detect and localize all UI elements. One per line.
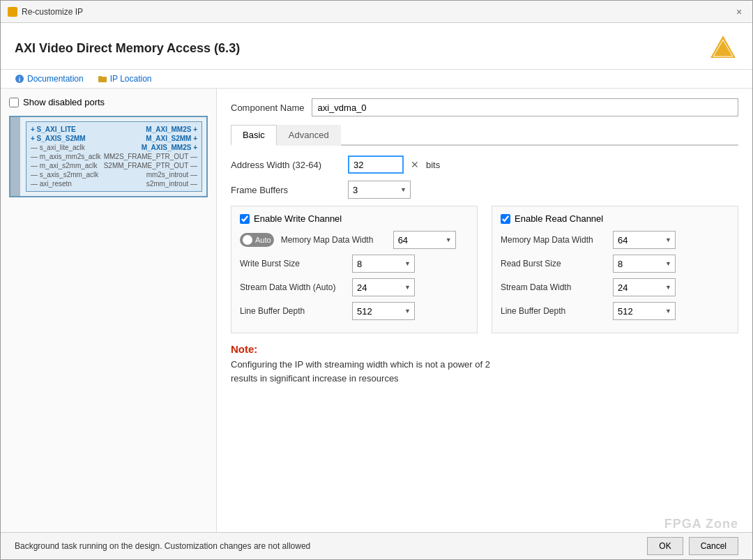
- frame-buffers-select[interactable]: 3 1 2 4: [348, 181, 411, 199]
- component-name-label: Component Name: [231, 103, 305, 113]
- ok-button[interactable]: OK: [647, 537, 683, 555]
- read-line-buffer-wrapper: 5121282561024: [613, 302, 676, 320]
- enable-write-row: Enable Write Channel: [240, 213, 469, 224]
- address-width-row: Address Width (32-64) ✕ bits: [231, 156, 738, 174]
- write-line-buffer-row: Line Buffer Depth 5121282561024: [240, 302, 469, 320]
- read-line-buffer-row: Line Buffer Depth 5121282561024: [501, 302, 729, 320]
- svg-text:i: i: [19, 76, 21, 83]
- port-row: — m_axi_s2mm_aclk S2MM_FRAME_PTR_OUT —: [31, 161, 197, 170]
- status-message: Background task running on the design. C…: [15, 541, 310, 551]
- write-stream-data-row: Stream Data Width (Auto) 2481632: [240, 278, 469, 296]
- diagram-title-bar: [10, 117, 20, 196]
- write-line-buffer-select[interactable]: 5121282561024: [352, 302, 415, 320]
- tab-advanced[interactable]: Advanced: [277, 125, 341, 146]
- read-burst-select[interactable]: 82416: [613, 255, 676, 273]
- note-text-line1: Configuring the IP with streaming width …: [231, 358, 738, 372]
- ip-location-link[interactable]: IP Location: [98, 74, 152, 84]
- write-burst-select[interactable]: 82416: [352, 255, 415, 273]
- write-burst-row: Write Burst Size 82416: [240, 255, 469, 273]
- right-panel: Component Name Basic Advanced Address Wi…: [217, 89, 752, 532]
- auto-toggle-row: Auto Memory Map Data Width 6432128: [240, 231, 469, 249]
- read-burst-wrapper: 82416: [613, 255, 676, 273]
- component-name-input[interactable]: [312, 98, 739, 116]
- note-section: Note: Configuring the IP with streaming …: [231, 343, 738, 385]
- ip-diagram: + S_AXI_LITE M_AXI_MM2S + + S_AXIS_S2MM …: [9, 116, 208, 197]
- watermark: FPGA Zone: [664, 517, 738, 531]
- enable-read-label: Enable Read Channel: [515, 213, 603, 224]
- bits-label: bits: [426, 160, 440, 170]
- write-mm-data-width-wrapper: 6432128: [393, 231, 456, 249]
- read-mm-data-select[interactable]: 6432128: [613, 231, 676, 249]
- component-name-row: Component Name: [231, 98, 738, 116]
- read-burst-row: Read Burst Size 82416: [501, 255, 729, 273]
- auto-toggle[interactable]: Auto: [240, 233, 274, 247]
- left-panel: Show disabled ports + S_AXI_LITE M_AXI_M…: [1, 89, 217, 532]
- cancel-button[interactable]: Cancel: [689, 537, 738, 555]
- show-disabled-row: Show disabled ports: [9, 97, 208, 107]
- read-line-buffer-select[interactable]: 5121282561024: [613, 302, 676, 320]
- read-channel-section: Enable Read Channel Memory Map Data Widt…: [492, 206, 738, 333]
- channels-grid: Enable Write Channel Auto Memory Map Dat…: [231, 206, 738, 333]
- address-width-input[interactable]: [348, 156, 404, 174]
- svg-rect-5: [98, 76, 102, 78]
- app-title: AXI Video Direct Memory Access (6.3): [15, 41, 240, 56]
- diagram-inner: + S_AXI_LITE M_AXI_MM2S + + S_AXIS_S2MM …: [26, 121, 202, 192]
- read-mm-data-row: Memory Map Data Width 6432128: [501, 231, 729, 249]
- read-stream-data-wrapper: 2481632: [613, 278, 676, 296]
- address-width-clear-button[interactable]: ✕: [409, 159, 420, 170]
- write-line-buffer-label: Line Buffer Depth: [240, 306, 348, 316]
- write-line-buffer-wrapper: 5121282561024: [352, 302, 415, 320]
- show-disabled-label: Show disabled ports: [23, 97, 105, 107]
- status-bar-buttons: OK Cancel: [647, 537, 738, 555]
- folder-icon: [98, 74, 107, 84]
- auto-label: Auto: [255, 236, 271, 244]
- status-bar: Background task running on the design. C…: [1, 532, 752, 559]
- write-burst-wrapper: 82416: [352, 255, 415, 273]
- write-mm-data-width-label: Memory Map Data Width: [281, 235, 389, 245]
- documentation-link[interactable]: i Documentation: [15, 74, 84, 84]
- read-mm-data-label: Memory Map Data Width: [501, 235, 609, 245]
- port-row: + S_AXI_LITE M_AXI_MM2S +: [31, 125, 197, 134]
- main-window: Re-customize IP × AXI Video Direct Memor…: [0, 0, 753, 560]
- note-text-line2: results in significant increase in resou…: [231, 372, 738, 386]
- read-stream-data-select[interactable]: 2481632: [613, 278, 676, 296]
- note-title: Note:: [231, 343, 738, 355]
- read-mm-data-wrapper: 6432128: [613, 231, 676, 249]
- tabs-row: Basic Advanced: [231, 125, 738, 146]
- enable-read-row: Enable Read Channel: [501, 213, 729, 224]
- nav-links: i Documentation IP Location: [1, 70, 752, 89]
- read-stream-data-row: Stream Data Width 2481632: [501, 278, 729, 296]
- read-stream-data-label: Stream Data Width: [501, 282, 609, 292]
- vivado-logo: [708, 33, 738, 63]
- enable-write-checkbox[interactable]: [240, 214, 250, 224]
- header-section: AXI Video Direct Memory Access (6.3): [1, 23, 752, 70]
- enable-write-label: Enable Write Channel: [254, 213, 342, 224]
- port-row: — s_axi_lite_aclk M_AXIS_MM2S +: [31, 143, 197, 152]
- toggle-knob: [243, 235, 252, 245]
- window-title: Re-customize IP: [22, 7, 83, 17]
- info-icon: i: [15, 74, 24, 84]
- title-bar-left: Re-customize IP: [8, 7, 83, 17]
- write-stream-data-wrapper: 2481632: [352, 278, 415, 296]
- frame-buffers-row: Frame Buffers 3 1 2 4: [231, 181, 738, 199]
- title-bar: Re-customize IP ×: [1, 1, 752, 23]
- write-burst-label: Write Burst Size: [240, 259, 348, 268]
- frame-buffers-label: Frame Buffers: [231, 185, 342, 195]
- write-channel-section: Enable Write Channel Auto Memory Map Dat…: [231, 206, 478, 333]
- read-line-buffer-label: Line Buffer Depth: [501, 306, 609, 316]
- port-row: — m_axis_mm2s_aclk MM2S_FRAME_PTR_OUT —: [31, 152, 197, 161]
- read-burst-label: Read Burst Size: [501, 259, 609, 268]
- write-stream-data-label: Stream Data Width (Auto): [240, 282, 348, 292]
- window-icon: [8, 7, 17, 17]
- close-button[interactable]: ×: [733, 6, 745, 18]
- port-row: + S_AXIS_S2MM M_AXI_S2MM +: [31, 134, 197, 143]
- write-stream-data-select[interactable]: 2481632: [352, 278, 415, 296]
- port-row: — s_axis_s2mm_aclk mm2s_introut —: [31, 170, 197, 179]
- content-area: Show disabled ports + S_AXI_LITE M_AXI_M…: [1, 89, 752, 532]
- port-row: — axi_resetn s2mm_introut —: [31, 179, 197, 188]
- show-disabled-checkbox[interactable]: [9, 98, 19, 107]
- enable-read-checkbox[interactable]: [501, 214, 510, 224]
- write-mm-data-width-select[interactable]: 6432128: [393, 231, 456, 249]
- tab-basic[interactable]: Basic: [231, 125, 277, 146]
- address-width-label: Address Width (32-64): [231, 160, 342, 170]
